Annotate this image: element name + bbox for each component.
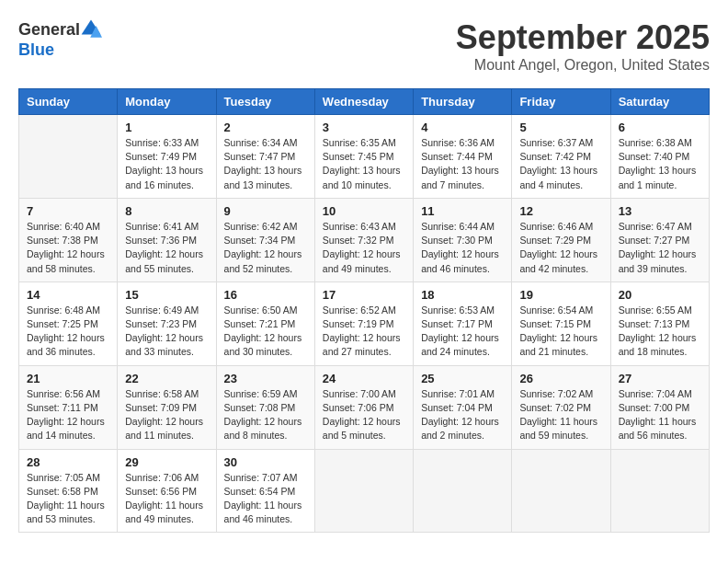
day-info: Sunrise: 6:55 AMSunset: 7:13 PMDaylight:…: [619, 304, 701, 360]
calendar-cell: 19Sunrise: 6:54 AMSunset: 7:15 PMDayligh…: [512, 282, 610, 365]
page-header: GeneralBlue September 2025 Mount Angel, …: [18, 18, 710, 74]
calendar-cell: 17Sunrise: 6:52 AMSunset: 7:19 PMDayligh…: [314, 282, 413, 365]
day-info: Sunrise: 7:06 AMSunset: 6:56 PMDaylight:…: [125, 471, 208, 527]
calendar-cell: 26Sunrise: 7:02 AMSunset: 7:02 PMDayligh…: [512, 365, 610, 449]
calendar-cell: 24Sunrise: 7:00 AMSunset: 7:06 PMDayligh…: [314, 365, 413, 449]
calendar-cell: 3Sunrise: 6:35 AMSunset: 7:45 PMDaylight…: [314, 115, 413, 199]
logo-blue: Blue: [18, 40, 54, 60]
day-info: Sunrise: 6:52 AMSunset: 7:19 PMDaylight:…: [323, 304, 405, 360]
calendar-cell: 13Sunrise: 6:47 AMSunset: 7:27 PMDayligh…: [610, 198, 709, 282]
day-info: Sunrise: 7:00 AMSunset: 7:06 PMDaylight:…: [323, 387, 405, 443]
calendar-cell: 1Sunrise: 6:33 AMSunset: 7:49 PMDaylight…: [118, 115, 216, 199]
day-header-friday: Friday: [512, 89, 610, 115]
calendar-cell: 4Sunrise: 6:36 AMSunset: 7:44 PMDaylight…: [414, 115, 512, 199]
day-info: Sunrise: 6:56 AMSunset: 7:11 PMDaylight:…: [27, 387, 109, 443]
calendar-cell: 6Sunrise: 6:38 AMSunset: 7:40 PMDaylight…: [610, 115, 709, 199]
day-header-sunday: Sunday: [19, 89, 118, 115]
day-header-tuesday: Tuesday: [216, 89, 314, 115]
calendar-cell: [610, 449, 709, 533]
day-number: 3: [323, 121, 405, 134]
day-number: 18: [421, 288, 504, 302]
calendar-cell: 20Sunrise: 6:55 AMSunset: 7:13 PMDayligh…: [610, 282, 709, 365]
day-info: Sunrise: 7:01 AMSunset: 7:04 PMDaylight:…: [421, 387, 504, 443]
day-number: 12: [519, 204, 602, 218]
day-info: Sunrise: 6:37 AMSunset: 7:42 PMDaylight:…: [519, 136, 602, 192]
day-info: Sunrise: 6:43 AMSunset: 7:32 PMDaylight:…: [323, 220, 405, 276]
day-number: 22: [125, 372, 208, 385]
calendar-cell: 10Sunrise: 6:43 AMSunset: 7:32 PMDayligh…: [314, 198, 413, 282]
day-info: Sunrise: 6:38 AMSunset: 7:40 PMDaylight:…: [619, 136, 701, 192]
calendar-cell: 18Sunrise: 6:53 AMSunset: 7:17 PMDayligh…: [414, 282, 512, 365]
day-info: Sunrise: 7:04 AMSunset: 7:00 PMDaylight:…: [619, 387, 701, 443]
calendar-cell: 14Sunrise: 6:48 AMSunset: 7:25 PMDayligh…: [19, 282, 118, 365]
calendar-table: SundayMondayTuesdayWednesdayThursdayFrid…: [18, 88, 710, 533]
day-number: 8: [125, 204, 208, 218]
logo: GeneralBlue: [18, 18, 102, 60]
day-number: 24: [323, 372, 405, 385]
day-info: Sunrise: 6:42 AMSunset: 7:34 PMDaylight:…: [224, 220, 307, 276]
title-section: September 2025 Mount Angel, Oregon, Unit…: [456, 18, 710, 74]
calendar-cell: 30Sunrise: 7:07 AMSunset: 6:54 PMDayligh…: [216, 449, 314, 533]
calendar-cell: 8Sunrise: 6:41 AMSunset: 7:36 PMDaylight…: [118, 198, 216, 282]
calendar-cell: 7Sunrise: 6:40 AMSunset: 7:38 PMDaylight…: [19, 198, 118, 282]
day-header-saturday: Saturday: [610, 89, 709, 115]
day-header-monday: Monday: [118, 89, 216, 115]
calendar-cell: [19, 115, 118, 199]
calendar-cell: 27Sunrise: 7:04 AMSunset: 7:00 PMDayligh…: [610, 365, 709, 449]
calendar-cell: 21Sunrise: 6:56 AMSunset: 7:11 PMDayligh…: [19, 365, 118, 449]
day-info: Sunrise: 7:07 AMSunset: 6:54 PMDaylight:…: [224, 471, 307, 527]
calendar-week-2: 7Sunrise: 6:40 AMSunset: 7:38 PMDaylight…: [19, 198, 710, 282]
calendar-cell: 29Sunrise: 7:06 AMSunset: 6:56 PMDayligh…: [118, 449, 216, 533]
day-number: 13: [619, 204, 701, 218]
calendar-cell: 12Sunrise: 6:46 AMSunset: 7:29 PMDayligh…: [512, 198, 610, 282]
day-info: Sunrise: 6:58 AMSunset: 7:09 PMDaylight:…: [125, 387, 208, 443]
day-info: Sunrise: 6:49 AMSunset: 7:23 PMDaylight:…: [125, 304, 208, 360]
day-info: Sunrise: 7:02 AMSunset: 7:02 PMDaylight:…: [519, 387, 602, 443]
day-number: 4: [421, 121, 504, 134]
calendar-week-5: 28Sunrise: 7:05 AMSunset: 6:58 PMDayligh…: [19, 449, 710, 533]
day-number: 17: [323, 288, 405, 302]
calendar-cell: [314, 449, 413, 533]
calendar-cell: 15Sunrise: 6:49 AMSunset: 7:23 PMDayligh…: [118, 282, 216, 365]
day-number: 15: [125, 288, 208, 302]
day-number: 27: [619, 372, 701, 385]
day-number: 7: [27, 204, 109, 218]
calendar-cell: 2Sunrise: 6:34 AMSunset: 7:47 PMDaylight…: [216, 115, 314, 199]
calendar-cell: 9Sunrise: 6:42 AMSunset: 7:34 PMDaylight…: [216, 198, 314, 282]
day-info: Sunrise: 7:05 AMSunset: 6:58 PMDaylight:…: [27, 471, 109, 527]
calendar-week-3: 14Sunrise: 6:48 AMSunset: 7:25 PMDayligh…: [19, 282, 710, 365]
day-info: Sunrise: 6:54 AMSunset: 7:15 PMDaylight:…: [519, 304, 602, 360]
logo-general: General: [18, 20, 80, 40]
day-info: Sunrise: 6:36 AMSunset: 7:44 PMDaylight:…: [421, 136, 504, 192]
calendar-cell: 22Sunrise: 6:58 AMSunset: 7:09 PMDayligh…: [118, 365, 216, 449]
day-number: 1: [125, 121, 208, 134]
calendar-week-4: 21Sunrise: 6:56 AMSunset: 7:11 PMDayligh…: [19, 365, 710, 449]
calendar-cell: [414, 449, 512, 533]
calendar-cell: 28Sunrise: 7:05 AMSunset: 6:58 PMDayligh…: [19, 449, 118, 533]
calendar-cell: 5Sunrise: 6:37 AMSunset: 7:42 PMDaylight…: [512, 115, 610, 199]
calendar-cell: 16Sunrise: 6:50 AMSunset: 7:21 PMDayligh…: [216, 282, 314, 365]
day-number: 5: [519, 121, 602, 134]
day-number: 16: [224, 288, 307, 302]
day-info: Sunrise: 6:46 AMSunset: 7:29 PMDaylight:…: [519, 220, 602, 276]
day-info: Sunrise: 6:34 AMSunset: 7:47 PMDaylight:…: [224, 136, 307, 192]
day-number: 19: [519, 288, 602, 302]
calendar-cell: 11Sunrise: 6:44 AMSunset: 7:30 PMDayligh…: [414, 198, 512, 282]
day-info: Sunrise: 6:44 AMSunset: 7:30 PMDaylight:…: [421, 220, 504, 276]
calendar-cell: [512, 449, 610, 533]
location-subtitle: Mount Angel, Oregon, United States: [456, 57, 710, 74]
day-info: Sunrise: 6:59 AMSunset: 7:08 PMDaylight:…: [224, 387, 307, 443]
day-info: Sunrise: 6:53 AMSunset: 7:17 PMDaylight:…: [421, 304, 504, 360]
day-number: 28: [27, 455, 109, 469]
day-info: Sunrise: 6:33 AMSunset: 7:49 PMDaylight:…: [125, 136, 208, 192]
day-number: 21: [27, 372, 109, 385]
day-info: Sunrise: 6:40 AMSunset: 7:38 PMDaylight:…: [27, 220, 109, 276]
day-number: 6: [619, 121, 701, 134]
day-number: 9: [224, 204, 307, 218]
day-number: 20: [619, 288, 701, 302]
day-number: 14: [27, 288, 109, 302]
day-number: 2: [224, 121, 307, 134]
day-header-thursday: Thursday: [414, 89, 512, 115]
day-info: Sunrise: 6:50 AMSunset: 7:21 PMDaylight:…: [224, 304, 307, 360]
day-number: 23: [224, 372, 307, 385]
